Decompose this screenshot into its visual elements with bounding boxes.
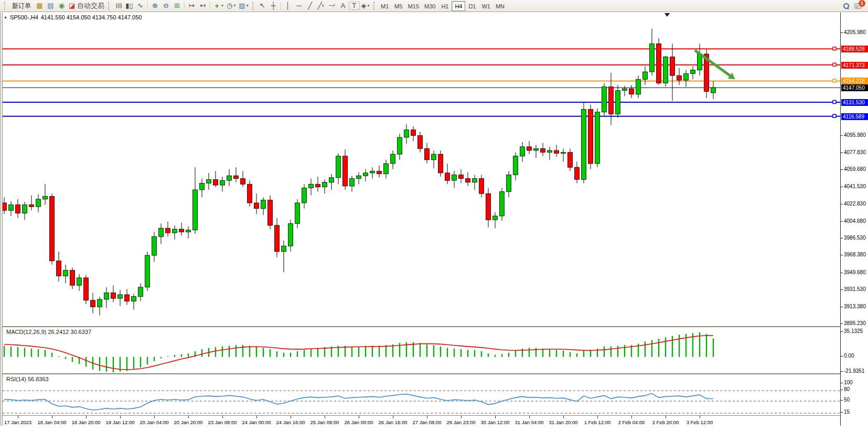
rsi-pane[interactable]: RSI(14) 56.8363 (3, 373, 840, 415)
new-order-button[interactable]: 新订单 (9, 1, 34, 11)
time-tick (427, 416, 427, 418)
time-tick (393, 416, 393, 418)
line-chart-icon[interactable]: ∿ (135, 1, 146, 11)
axis-tick-label: 3895.230 (844, 320, 866, 326)
rsi-label: RSI(14) 56.8363 (6, 376, 49, 382)
axis-tick-label: 0.00 (844, 353, 854, 359)
time-axis-label: 1 Feb 12:00 (584, 419, 611, 425)
axis-tick (841, 400, 843, 401)
time-tick (256, 416, 257, 418)
equidistant-channel-icon[interactable]: ╱E (316, 1, 327, 11)
toolbar-grip[interactable] (373, 2, 376, 10)
indicators-button[interactable]: ＋▾ (212, 1, 225, 11)
price-level-badge: 4131.530 (841, 99, 868, 106)
timeframe-m5[interactable]: M5 (392, 1, 405, 11)
timeframe-d1[interactable]: D1 (465, 1, 479, 11)
arrows-button[interactable]: ◈▾ (360, 1, 371, 11)
timeframe-mn[interactable]: MN (493, 1, 507, 11)
time-tick (325, 416, 325, 418)
chart-shift-icon[interactable]: ↤ (197, 1, 208, 11)
periods-button[interactable]: ◷▾ (225, 1, 237, 11)
axis-tick (841, 221, 843, 222)
toolbar-grip[interactable] (252, 2, 255, 10)
zoom-in-icon[interactable]: ⊕ (149, 1, 160, 11)
chart-window-icon[interactable]: ▦ (34, 1, 45, 11)
zoom-out-icon[interactable]: ⊖ (160, 1, 172, 11)
axis-tick (841, 187, 843, 187)
level-handle (833, 79, 836, 82)
text-label-icon[interactable]: T (349, 2, 360, 10)
symbol-period-label: SP500-,H4 (10, 14, 38, 20)
toolbar-separator (281, 2, 281, 10)
bar-chart-icon[interactable]: ☰ (113, 1, 123, 12)
mt4-window: 新订单 ▦ ▤ ◉ ◪ 自动交易 ☰ ▮▯ ∿ ⊕ ⊖ ⊞ ↦ ↤ ＋▾ ◷▾ … (0, 0, 868, 432)
price-level-badge: 4171.373 (841, 62, 868, 69)
tile-windows-icon[interactable]: ⊞ (172, 1, 183, 11)
axis-tick (841, 153, 843, 153)
time-axis-label: 25 Jan 08:00 (310, 419, 339, 425)
search-icon[interactable] (843, 3, 849, 9)
time-tick (461, 416, 462, 418)
axis-tick-label: 100 (844, 380, 853, 385)
time-tick (291, 416, 291, 418)
text-icon[interactable]: A (338, 1, 349, 11)
toolbar-grip[interactable] (108, 2, 111, 10)
add-indicator-icon: ＋ (213, 1, 220, 11)
time-axis-label: 3 Feb 12:00 (687, 419, 713, 425)
time-tick (597, 416, 598, 418)
signals-icon[interactable]: ◉ (56, 1, 67, 11)
time-axis[interactable]: 17 Jan 202318 Jan 04:0018 Jan 20:0019 Ja… (3, 415, 840, 432)
axis-tick-label: 4041.530 (844, 183, 866, 189)
axis-tick-label: 4095.980 (844, 132, 866, 138)
fibonacci-icon[interactable]: ┄F (327, 1, 338, 11)
time-axis-label: 18 Jan 20:00 (72, 419, 101, 425)
axis-tick (841, 33, 843, 33)
timeframe-m1[interactable]: M1 (378, 1, 392, 11)
axis-tick-label: 35.1325 (844, 328, 863, 334)
cursor-icon[interactable]: ↖ (257, 1, 268, 11)
time-tick (700, 416, 700, 418)
level-handle (833, 63, 836, 66)
price-level-badge: 4188.528 (841, 46, 868, 52)
ohlc-label: 4141.550 4154.050 4134.750 4147.050 (41, 14, 142, 20)
timeframe-h4[interactable]: H4 (452, 1, 465, 11)
chat-button[interactable]: 1 (854, 3, 862, 9)
time-axis-label: 19 Jan 12:00 (106, 419, 135, 425)
time-axis-label: 23 Jan 08:00 (208, 419, 237, 425)
terminal-icon[interactable]: ▤ (45, 1, 56, 11)
time-tick (188, 416, 189, 418)
axis-tick (841, 412, 843, 413)
axis-tick-label: 3931.530 (844, 286, 866, 292)
horizontal-line-icon[interactable]: ─ (294, 1, 305, 11)
timeframe-h1[interactable]: H1 (438, 1, 452, 11)
auto-scroll-icon[interactable]: ↦ (186, 1, 197, 11)
templates-button[interactable]: ▨▾ (237, 1, 250, 11)
main-chart-pane[interactable] (3, 13, 840, 325)
crosshair-icon[interactable]: ┼ (268, 1, 279, 11)
macd-pane[interactable]: MACD(12,26,9) 26.2412 30.6337 (3, 326, 840, 373)
chevron-down-icon: ▾ (247, 1, 249, 11)
time-axis-label: 29 Jan 23:00 (447, 419, 476, 425)
autotrading-button[interactable]: ◪ 自动交易 (67, 1, 106, 11)
price-level-badge: 4116.589 (841, 113, 868, 120)
timeframe-m15[interactable]: M15 (405, 1, 422, 11)
axis-tick-label: 15 (844, 409, 850, 415)
toolbar-grip[interactable] (4, 2, 7, 10)
symbol-dropdown-icon[interactable]: ▼ (4, 16, 7, 19)
time-tick (359, 416, 359, 418)
trendline-icon[interactable]: ╱ (305, 1, 316, 11)
rsi-line (4, 394, 713, 411)
timeframe-w1[interactable]: W1 (479, 1, 493, 11)
chart-title: ▼ SP500-,H4 4141.550 4154.050 4134.750 4… (4, 14, 142, 20)
timeframe-m30[interactable]: M30 (422, 1, 438, 11)
axis-tick-label: 80 (844, 386, 850, 392)
time-tick (222, 416, 223, 418)
price-axis[interactable]: 4205.9804095.9804077.8304059.6804041.530… (840, 13, 868, 426)
vertical-line-icon[interactable]: │ (283, 1, 294, 11)
timeframe-toolbar: M1M5M15M30H1H4D1W1MN (378, 1, 507, 11)
axis-tick-label: 3913.380 (844, 304, 866, 309)
chart-window: ▼ SP500-,H4 4141.550 4154.050 4134.750 4… (0, 13, 868, 432)
candlestick-chart-icon[interactable]: ▮▯ (124, 1, 135, 11)
clock-icon: ◷ (227, 1, 232, 11)
axis-tick (841, 307, 843, 307)
